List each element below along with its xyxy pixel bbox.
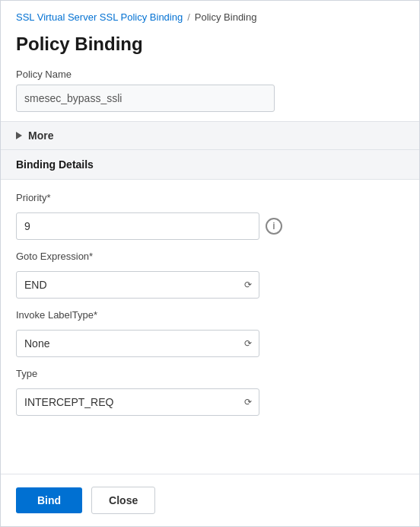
- priority-input[interactable]: [16, 212, 259, 240]
- priority-label: Priority*: [16, 192, 404, 203]
- binding-details-header: Binding Details: [1, 150, 419, 180]
- goto-select-wrapper: END NEXT USE_INVOCATION_RESULT ⟳: [16, 271, 259, 299]
- invoke-select[interactable]: None reqvserver resvserver policylabel: [16, 330, 259, 357]
- binding-details-label: Binding Details: [16, 158, 94, 171]
- type-select[interactable]: INTERCEPT_REQ REQUEST RESPONSE CLIENTHEL…: [16, 388, 259, 416]
- breadcrumb: SSL Virtual Server SSL Policy Binding / …: [1, 1, 419, 30]
- bind-button[interactable]: Bind: [16, 487, 82, 513]
- type-field-row: Type INTERCEPT_REQ REQUEST RESPONSE CLIE…: [16, 368, 404, 416]
- policy-name-section: Policy Name: [1, 69, 419, 121]
- type-label: Type: [16, 368, 404, 379]
- policy-name-label: Policy Name: [16, 69, 404, 80]
- breadcrumb-current: Policy Binding: [195, 11, 257, 23]
- info-icon[interactable]: i: [266, 218, 282, 235]
- priority-input-row: i: [16, 212, 404, 240]
- more-section[interactable]: More: [1, 121, 419, 150]
- goto-label: Goto Expression*: [16, 251, 404, 262]
- page-title: Policy Binding: [1, 30, 419, 69]
- invoke-label: Invoke LabelType*: [16, 309, 404, 321]
- expand-icon: [16, 132, 22, 139]
- goto-select[interactable]: END NEXT USE_INVOCATION_RESULT: [16, 271, 259, 299]
- binding-details-body: Priority* i Goto Expression* END NEXT US…: [1, 180, 419, 474]
- breadcrumb-separator: /: [187, 11, 190, 23]
- footer: Bind Close: [1, 474, 419, 526]
- policy-name-input[interactable]: [16, 85, 275, 112]
- breadcrumb-link[interactable]: SSL Virtual Server SSL Policy Binding: [16, 11, 183, 23]
- policy-binding-dialog: SSL Virtual Server SSL Policy Binding / …: [0, 0, 420, 527]
- more-label: More: [28, 129, 53, 142]
- goto-field-row: Goto Expression* END NEXT USE_INVOCATION…: [16, 251, 404, 299]
- invoke-select-wrapper: None reqvserver resvserver policylabel ⟳: [16, 330, 259, 357]
- invoke-field-row: Invoke LabelType* None reqvserver resvse…: [16, 309, 404, 357]
- priority-field-row: Priority* i: [16, 192, 404, 240]
- type-select-wrapper: INTERCEPT_REQ REQUEST RESPONSE CLIENTHEL…: [16, 388, 259, 416]
- close-button[interactable]: Close: [91, 487, 155, 514]
